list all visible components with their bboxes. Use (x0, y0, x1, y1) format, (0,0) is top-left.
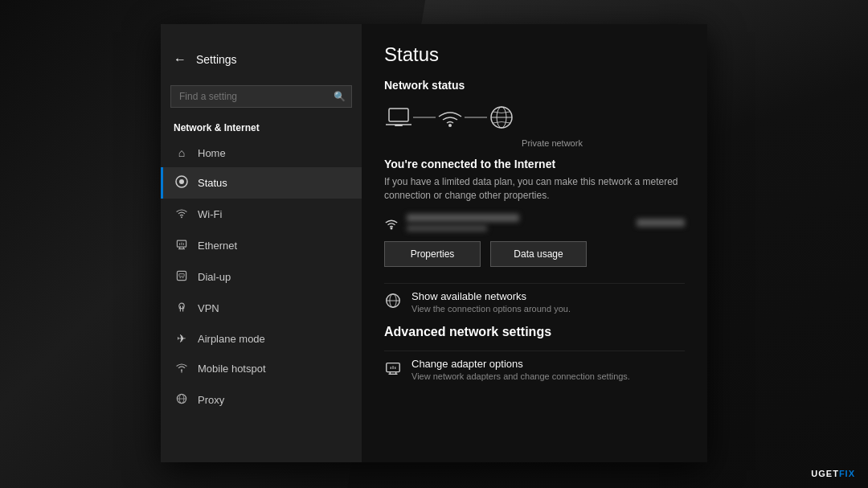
hotspot-icon (174, 361, 190, 376)
advanced-title: Advanced network settings (384, 325, 685, 339)
sidebar: ← Settings 🔍 Network & Internet ⌂ Home S… (161, 24, 362, 462)
sidebar-item-home[interactable] (161, 24, 362, 40)
search-icon: 🔍 (334, 91, 346, 102)
watermark-prefix: UGET (811, 469, 839, 478)
home-icon: ⌂ (174, 146, 190, 159)
page-title: Status (384, 43, 685, 66)
sidebar-item-proxy-label: Proxy (198, 394, 224, 406)
sidebar-item-hotspot[interactable]: Mobile hotspot (161, 353, 362, 384)
svg-point-1 (179, 179, 184, 184)
svg-point-22 (448, 124, 452, 127)
svg-rect-10 (177, 271, 186, 280)
sidebar-item-ethernet-label: Ethernet (198, 240, 237, 252)
change-adapter-title[interactable]: Change adapter options (411, 358, 630, 370)
network-sub-blurred (407, 225, 487, 232)
diagram-wifi (436, 105, 465, 129)
sidebar-section-label: Network & Internet (161, 114, 362, 138)
back-button[interactable]: ← (174, 52, 186, 67)
vpn-icon (174, 301, 190, 316)
network-name-blurred (407, 214, 519, 222)
sidebar-item-home-label: Home (198, 147, 226, 159)
change-adapter-desc: View network adapters and change connect… (411, 371, 630, 381)
network-diagram (384, 103, 685, 132)
network-type-icon (384, 215, 399, 230)
dialup-icon (174, 269, 190, 285)
sidebar-item-vpn-label: VPN (198, 302, 219, 314)
diagram-wifi-icon (436, 105, 465, 129)
show-networks-content: Show available networks View the connect… (411, 290, 571, 314)
main-content: Status Network status (362, 24, 707, 462)
laptop-icon (384, 105, 413, 129)
change-adapter-content: Change adapter options View network adap… (411, 358, 630, 381)
sidebar-header: ← Settings (161, 40, 362, 79)
search-input[interactable] (170, 85, 352, 108)
sidebar-item-home[interactable]: ⌂ Home (161, 138, 362, 167)
sidebar-item-wifi-label: Wi-Fi (198, 208, 222, 220)
wifi-icon (174, 207, 190, 222)
status-icon (174, 175, 190, 191)
sidebar-item-ethernet[interactable]: Ethernet (161, 230, 362, 261)
network-ip-blurred (637, 219, 685, 227)
svg-point-2 (181, 216, 182, 218)
svg-point-14 (179, 303, 184, 308)
connection-desc: If you have a limited data plan, you can… (384, 175, 685, 203)
svg-rect-11 (179, 274, 184, 277)
sidebar-item-dialup[interactable]: Dial-up (161, 261, 362, 293)
show-networks-desc: View the connection options around you. (411, 304, 571, 314)
sidebar-item-dialup-label: Dial-up (198, 271, 231, 283)
sidebar-item-proxy[interactable]: Proxy (161, 384, 362, 416)
svg-point-26 (391, 227, 393, 229)
properties-button[interactable]: Properties (384, 241, 481, 267)
network-info-left (384, 214, 519, 232)
diagram-line-1 (413, 117, 436, 118)
sidebar-item-wifi[interactable]: Wi-Fi (161, 199, 362, 230)
globe-icon (487, 103, 516, 132)
sidebar-item-status-label: Status (198, 177, 227, 189)
sidebar-item-hotspot-label: Mobile hotspot (198, 363, 266, 375)
sidebar-item-airplane[interactable]: ✈ Airplane mode (161, 324, 362, 353)
button-row: Properties Data usage (384, 241, 685, 267)
svg-rect-19 (389, 109, 408, 121)
network-status-label: Network status (384, 79, 685, 92)
change-adapter-icon (384, 359, 402, 381)
search-box: 🔍 (170, 85, 352, 108)
svg-point-15 (181, 369, 182, 371)
diagram-globe (487, 103, 516, 132)
change-adapter-row: Change adapter options View network adap… (384, 351, 685, 381)
show-networks-row: Show available networks View the connect… (384, 283, 685, 314)
ethernet-icon (174, 238, 190, 253)
settings-window: ← Settings 🔍 Network & Internet ⌂ Home S… (161, 24, 707, 462)
data-usage-button[interactable]: Data usage (490, 241, 587, 267)
show-networks-title[interactable]: Show available networks (411, 290, 571, 302)
sidebar-item-vpn[interactable]: VPN (161, 293, 362, 324)
sidebar-item-status[interactable]: Status (161, 167, 362, 199)
watermark: UGETFIX (811, 469, 855, 478)
diagram-laptop (384, 105, 413, 129)
sidebar-title: Settings (196, 53, 237, 66)
diagram-label: Private network (420, 138, 685, 148)
adapter-icon (384, 359, 402, 377)
connection-heading: You're connected to the Internet (384, 158, 685, 170)
globe-networks-icon (384, 292, 402, 310)
airplane-icon: ✈ (174, 332, 190, 345)
proxy-icon (174, 392, 190, 408)
diagram-line-2 (465, 117, 487, 118)
network-name-info (407, 214, 519, 232)
sidebar-item-airplane-label: Airplane mode (198, 333, 265, 345)
watermark-suffix: FIX (839, 469, 855, 478)
svg-rect-21 (395, 125, 403, 126)
network-info-row (384, 214, 685, 232)
show-networks-icon (384, 292, 402, 314)
